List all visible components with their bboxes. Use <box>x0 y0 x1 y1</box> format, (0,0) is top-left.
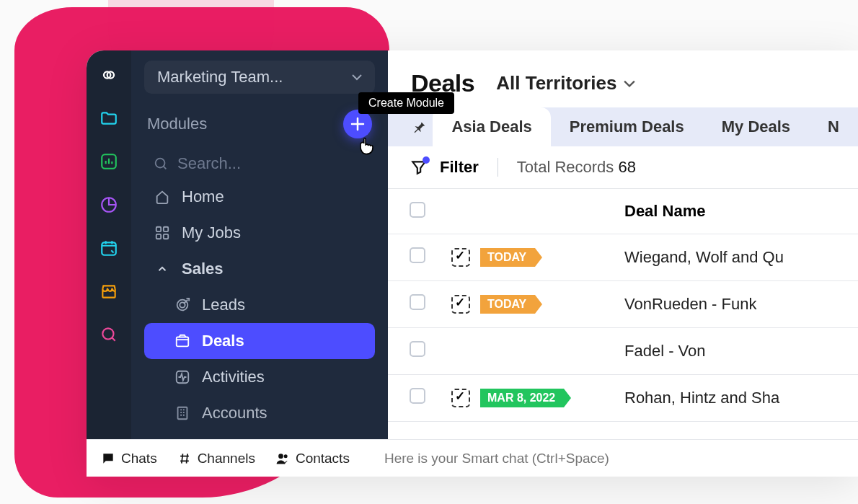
sidebar-item-activities[interactable]: Activities <box>144 359 375 395</box>
bottom-channels[interactable]: Channels <box>177 451 255 467</box>
bottom-chats[interactable]: Chats <box>101 451 157 467</box>
main-panel: Deals All Territories Asia Deals Premium… <box>388 50 858 477</box>
row-checkbox[interactable] <box>410 388 425 404</box>
row-checkbox[interactable] <box>410 341 425 357</box>
team-selector[interactable]: Marketing Team... <box>144 61 375 94</box>
svg-rect-6 <box>164 227 168 231</box>
svg-rect-11 <box>177 337 189 347</box>
svg-point-15 <box>284 454 288 458</box>
table-row[interactable]: Fadel - Von <box>388 328 858 375</box>
search-icon <box>153 156 169 172</box>
home-icon <box>153 189 172 205</box>
contacts-icon <box>275 451 290 466</box>
sidebar-item-sales[interactable]: Sales <box>144 251 375 287</box>
sidebar-item-accounts[interactable]: Accounts <box>144 395 375 431</box>
svg-point-3 <box>102 328 113 339</box>
sidebar-item-label: Deals <box>202 332 244 350</box>
date-flag: TODAY <box>480 295 535 314</box>
column-deal-name[interactable]: Deal Name <box>624 202 706 221</box>
chevron-down-icon <box>624 79 635 88</box>
task-icon <box>451 248 470 267</box>
svg-rect-5 <box>156 227 161 231</box>
store-icon[interactable] <box>97 280 120 303</box>
search-rail-icon[interactable] <box>97 323 120 346</box>
pin-icon[interactable] <box>405 119 433 135</box>
grid-icon <box>153 225 172 241</box>
row-checkbox[interactable] <box>410 294 425 310</box>
wallet-icon <box>173 333 192 349</box>
sidebar-item-myjobs[interactable]: My Jobs <box>144 215 375 251</box>
task-icon <box>451 295 470 314</box>
logo-icon[interactable] <box>97 63 120 87</box>
chevron-up-icon <box>153 262 172 275</box>
pie-icon[interactable] <box>97 193 120 216</box>
filter-button[interactable] <box>410 158 428 177</box>
target-icon <box>173 297 192 313</box>
total-records-label: Total Records 68 <box>517 158 636 177</box>
add-module-button[interactable] <box>343 110 372 138</box>
date-flag: TODAY <box>480 248 535 267</box>
sidebar-search[interactable]: Search... <box>144 149 375 179</box>
calendar-icon[interactable] <box>97 236 120 260</box>
svg-rect-7 <box>156 234 161 239</box>
sidebar: Marketing Team... Create Module Modules … <box>131 50 388 477</box>
bottom-contacts[interactable]: Contacts <box>275 451 350 467</box>
sidebar-item-deals[interactable]: Deals <box>144 323 375 359</box>
tab-label: My Deals <box>722 118 790 136</box>
task-icon <box>451 389 470 407</box>
deal-name: VonRueden - Funk <box>624 295 756 314</box>
smart-chat-input[interactable] <box>370 451 844 467</box>
deal-name: Rohan, Hintz and Sha <box>624 389 779 407</box>
bottom-label: Chats <box>121 451 157 467</box>
tab-my-deals[interactable]: My Deals <box>703 107 809 146</box>
deal-name: Fadel - Von <box>624 342 706 361</box>
activity-icon <box>173 369 192 385</box>
building-icon <box>173 405 192 421</box>
plus-icon <box>350 117 365 131</box>
table-row[interactable]: MAR 8, 2022Rohan, Hintz and Sha <box>388 375 858 422</box>
svg-rect-8 <box>164 234 168 239</box>
table-header: Deal Name <box>388 189 858 234</box>
svg-point-14 <box>278 454 283 459</box>
svg-rect-2 <box>102 242 116 255</box>
hash-icon <box>177 451 192 466</box>
territory-label: All Territories <box>496 72 616 94</box>
nav-rail <box>87 50 131 477</box>
sidebar-item-label: Leads <box>202 296 245 314</box>
sidebar-item-label: Sales <box>182 260 224 278</box>
tab-label: Premium Deals <box>570 118 684 136</box>
sidebar-item-home[interactable]: Home <box>144 179 375 215</box>
team-label: Marketing Team... <box>157 68 283 87</box>
chevron-down-icon <box>352 74 362 81</box>
tab-label: Asia Deals <box>451 118 531 136</box>
bottom-label: Channels <box>198 451 255 467</box>
chart-icon[interactable] <box>97 150 120 173</box>
tab-premium-deals[interactable]: Premium Deals <box>551 107 703 146</box>
modules-heading: Modules <box>147 115 207 133</box>
territory-selector[interactable]: All Territories <box>496 72 635 94</box>
tab-overflow[interactable]: N <box>809 107 858 146</box>
filter-label: Filter <box>440 158 479 177</box>
date-flag: MAR 8, 2022 <box>480 389 564 407</box>
create-module-tooltip: Create Module <box>358 92 454 114</box>
table-row[interactable]: TODAYVonRueden - Funk <box>388 281 858 328</box>
deal-name: Wiegand, Wolf and Qu <box>624 248 784 267</box>
app-window: Marketing Team... Create Module Modules … <box>87 50 858 477</box>
tabs-row: Asia Deals Premium Deals My Deals N <box>388 107 858 146</box>
filter-active-dot <box>423 156 430 164</box>
sidebar-item-label: Accounts <box>202 404 267 423</box>
chat-icon <box>101 451 115 466</box>
divider <box>497 158 498 177</box>
search-placeholder: Search... <box>177 154 241 173</box>
sidebar-item-label: Activities <box>202 368 265 386</box>
sidebar-item-leads[interactable]: Leads <box>144 287 375 323</box>
table-row[interactable]: TODAYWiegand, Wolf and Qu <box>388 234 858 281</box>
svg-rect-13 <box>178 407 187 420</box>
table-body: TODAYWiegand, Wolf and QuTODAYVonRueden … <box>388 234 858 422</box>
sidebar-item-label: My Jobs <box>182 224 241 242</box>
folder-icon[interactable] <box>97 107 120 130</box>
svg-point-4 <box>156 159 165 168</box>
row-checkbox[interactable] <box>410 247 425 263</box>
select-all-checkbox[interactable] <box>410 202 425 218</box>
bottom-label: Contacts <box>296 451 350 467</box>
